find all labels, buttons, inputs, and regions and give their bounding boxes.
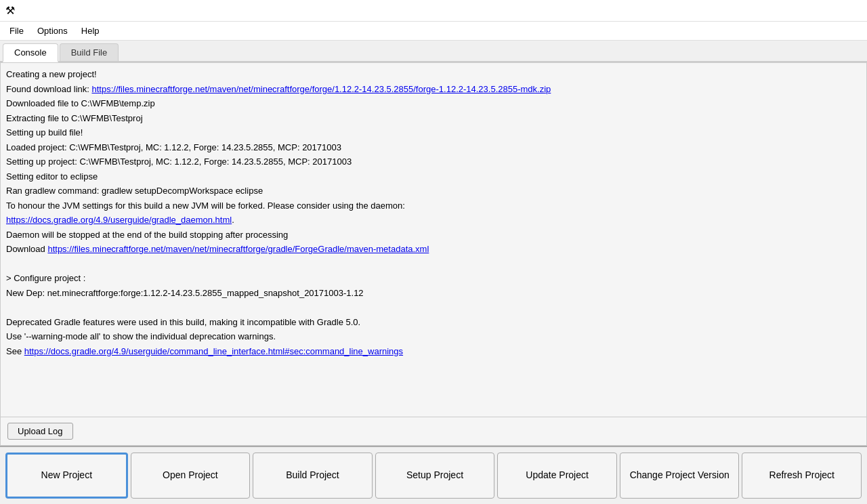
- bottom-btn-change-project-version[interactable]: Change Project Version: [620, 453, 740, 499]
- bottom-button-bar: New ProjectOpen ProjectBuild ProjectSetu…: [0, 446, 867, 504]
- maximize-button[interactable]: [817, 1, 839, 20]
- title-bar-left: ⚒: [5, 4, 19, 17]
- bottom-btn-refresh-project[interactable]: Refresh Project: [742, 453, 862, 499]
- console-line: Setting up build file!: [6, 125, 861, 140]
- title-bar-controls: [794, 1, 862, 20]
- console-line: Deprecated Gradle features were used in …: [6, 315, 861, 330]
- minimize-button[interactable]: [794, 1, 816, 20]
- bottom-btn-open-project[interactable]: Open Project: [131, 453, 251, 499]
- console-line: See https://docs.gradle.org/4.9/userguid…: [6, 344, 861, 359]
- close-button[interactable]: [840, 1, 862, 20]
- bottom-btn-setup-project[interactable]: Setup Project: [375, 453, 495, 499]
- bottom-btn-update-project[interactable]: Update Project: [497, 453, 617, 499]
- console-line: Creating a new project!: [6, 67, 861, 82]
- console-link[interactable]: https://files.minecraftforge.net/maven/n…: [47, 244, 429, 254]
- upload-log-button[interactable]: Upload Log: [7, 423, 73, 440]
- title-bar: ⚒: [0, 0, 867, 22]
- console-line: Extracting file to C:\WFMB\Testproj: [6, 111, 861, 126]
- console-output[interactable]: Creating a new project!Found download li…: [1, 63, 866, 417]
- console-line: To honour the JVM settings for this buil…: [6, 198, 861, 213]
- tab-build-file[interactable]: Build File: [60, 43, 119, 61]
- console-link[interactable]: https://files.minecraftforge.net/maven/n…: [91, 84, 551, 94]
- console-line: > Configure project :: [6, 271, 861, 286]
- console-line: [6, 257, 861, 272]
- console-line: Ran gradlew command: gradlew setupDecomp…: [6, 184, 861, 198]
- app-icon: ⚒: [5, 4, 15, 17]
- tab-console[interactable]: Console: [3, 43, 58, 62]
- console-line: Loaded project: C:\WFMB\Testproj, MC: 1.…: [6, 140, 861, 155]
- console-line: https://docs.gradle.org/4.9/userguide/gr…: [6, 213, 861, 228]
- console-line: Daemon will be stopped at the end of the…: [6, 228, 861, 243]
- console-link[interactable]: https://docs.gradle.org/4.9/userguide/co…: [24, 346, 403, 356]
- menu-file[interactable]: File: [3, 23, 30, 39]
- console-line: New Dep: net.minecraftforge:forge:1.12.2…: [6, 286, 861, 301]
- menu-options[interactable]: Options: [30, 23, 75, 39]
- console-line: Download https://files.minecraftforge.ne…: [6, 242, 861, 257]
- bottom-btn-new-project[interactable]: New Project: [5, 453, 128, 499]
- console-line: Found download link: https://files.minec…: [6, 82, 861, 97]
- console-line: Downloaded file to C:\WFMB\temp.zip: [6, 96, 861, 111]
- menu-help[interactable]: Help: [75, 23, 106, 39]
- console-line: Use '--warning-mode all' to show the ind…: [6, 329, 861, 344]
- menu-bar: File Options Help: [0, 22, 867, 41]
- bottom-btn-build-project[interactable]: Build Project: [253, 453, 373, 499]
- console-line: Setting up project: C:\WFMB\Testproj, MC…: [6, 154, 861, 169]
- console-line: [6, 300, 861, 315]
- console-link[interactable]: https://docs.gradle.org/4.9/userguide/gr…: [6, 215, 232, 225]
- console-area: Creating a new project!Found download li…: [0, 62, 867, 446]
- upload-log-area: Upload Log: [1, 417, 866, 445]
- tab-bar: Console Build File: [0, 41, 867, 62]
- console-line: Setting editor to eclipse: [6, 169, 861, 184]
